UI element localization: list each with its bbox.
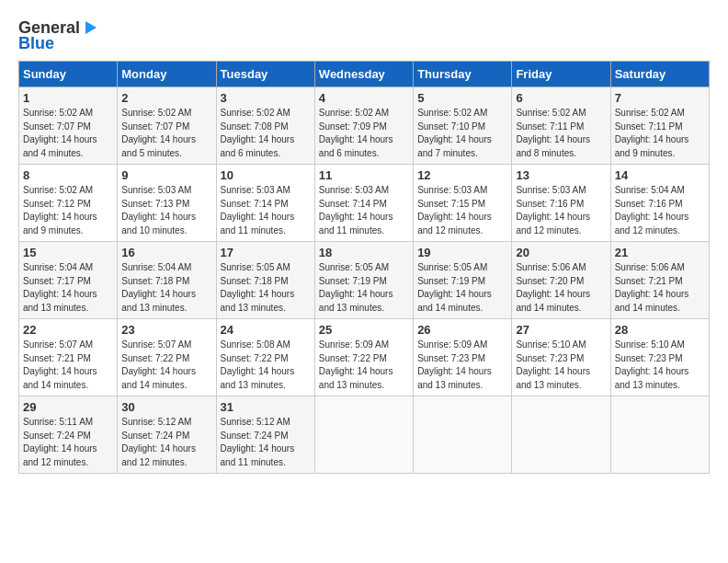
cell-info: Sunrise: 5:03 AM Sunset: 7:14 PM Dayligh… xyxy=(221,184,311,237)
calendar-cell: 6 Sunrise: 5:02 AM Sunset: 7:11 PM Dayli… xyxy=(512,87,610,165)
cell-info: Sunrise: 5:03 AM Sunset: 7:15 PM Dayligh… xyxy=(417,184,507,237)
calendar-cell xyxy=(414,396,512,474)
cell-info: Sunrise: 5:09 AM Sunset: 7:22 PM Dayligh… xyxy=(319,339,409,392)
sunset-text: Sunset: 7:16 PM xyxy=(615,199,683,209)
day-number: 3 xyxy=(221,91,311,105)
day-number: 27 xyxy=(516,323,606,337)
calendar-week-5: 29 Sunrise: 5:11 AM Sunset: 7:24 PM Dayl… xyxy=(19,396,710,474)
daylight-text: Daylight: 14 hours and 4 minutes. xyxy=(23,134,97,158)
daylight-text: Daylight: 14 hours and 5 minutes. xyxy=(121,134,196,158)
daylight-text: Daylight: 14 hours and 14 minutes. xyxy=(417,289,492,313)
sunset-text: Sunset: 7:16 PM xyxy=(516,199,584,209)
day-number: 17 xyxy=(221,246,311,259)
sunset-text: Sunset: 7:24 PM xyxy=(121,431,189,441)
calendar-cell: 7 Sunrise: 5:02 AM Sunset: 7:11 PM Dayli… xyxy=(610,87,709,165)
sunrise-text: Sunrise: 5:05 AM xyxy=(417,262,487,272)
calendar-cell: 27 Sunrise: 5:10 AM Sunset: 7:23 PM Dayl… xyxy=(512,319,610,396)
cell-info: Sunrise: 5:12 AM Sunset: 7:24 PM Dayligh… xyxy=(121,416,211,469)
calendar-cell: 1 Sunrise: 5:02 AM Sunset: 7:07 PM Dayli… xyxy=(19,87,118,165)
day-number: 19 xyxy=(417,246,507,259)
sunrise-text: Sunrise: 5:06 AM xyxy=(615,262,685,272)
cell-info: Sunrise: 5:02 AM Sunset: 7:07 PM Dayligh… xyxy=(23,107,113,160)
day-header-friday: Friday xyxy=(512,62,610,87)
calendar-cell: 4 Sunrise: 5:02 AM Sunset: 7:09 PM Dayli… xyxy=(314,87,413,165)
cell-info: Sunrise: 5:08 AM Sunset: 7:22 PM Dayligh… xyxy=(221,339,311,392)
daylight-text: Daylight: 14 hours and 12 minutes. xyxy=(615,212,689,236)
daylight-text: Daylight: 14 hours and 13 minutes. xyxy=(23,289,97,313)
sunrise-text: Sunrise: 5:08 AM xyxy=(221,339,290,350)
sunrise-text: Sunrise: 5:09 AM xyxy=(319,339,389,350)
daylight-text: Daylight: 14 hours and 14 minutes. xyxy=(615,289,689,313)
sunset-text: Sunset: 7:23 PM xyxy=(615,353,683,363)
sunset-text: Sunset: 7:21 PM xyxy=(23,353,91,363)
daylight-text: Daylight: 14 hours and 11 minutes. xyxy=(221,443,295,467)
calendar-cell: 22 Sunrise: 5:07 AM Sunset: 7:21 PM Dayl… xyxy=(19,319,118,396)
cell-info: Sunrise: 5:07 AM Sunset: 7:22 PM Dayligh… xyxy=(121,339,211,392)
day-number: 12 xyxy=(417,168,507,182)
day-number: 14 xyxy=(615,168,705,182)
sunset-text: Sunset: 7:17 PM xyxy=(23,276,91,286)
day-number: 24 xyxy=(221,323,311,337)
daylight-text: Daylight: 14 hours and 14 minutes. xyxy=(23,366,97,390)
cell-info: Sunrise: 5:02 AM Sunset: 7:09 PM Dayligh… xyxy=(319,107,409,160)
day-number: 26 xyxy=(417,323,507,337)
cell-info: Sunrise: 5:11 AM Sunset: 7:24 PM Dayligh… xyxy=(23,416,113,469)
calendar-body: 1 Sunrise: 5:02 AM Sunset: 7:07 PM Dayli… xyxy=(19,87,710,474)
daylight-text: Daylight: 14 hours and 14 minutes. xyxy=(516,289,590,313)
sunrise-text: Sunrise: 5:02 AM xyxy=(319,108,389,118)
cell-info: Sunrise: 5:10 AM Sunset: 7:23 PM Dayligh… xyxy=(615,339,705,392)
calendar-cell: 18 Sunrise: 5:05 AM Sunset: 7:19 PM Dayl… xyxy=(314,242,413,319)
calendar-cell: 30 Sunrise: 5:12 AM Sunset: 7:24 PM Dayl… xyxy=(118,396,216,474)
calendar-cell: 25 Sunrise: 5:09 AM Sunset: 7:22 PM Dayl… xyxy=(314,319,413,396)
day-number: 6 xyxy=(516,91,606,105)
cell-info: Sunrise: 5:02 AM Sunset: 7:07 PM Dayligh… xyxy=(121,107,211,160)
logo: General Blue xyxy=(18,18,98,53)
daylight-text: Daylight: 14 hours and 11 minutes. xyxy=(319,212,393,236)
cell-info: Sunrise: 5:03 AM Sunset: 7:14 PM Dayligh… xyxy=(319,184,409,237)
cell-info: Sunrise: 5:06 AM Sunset: 7:21 PM Dayligh… xyxy=(615,261,705,315)
sunrise-text: Sunrise: 5:02 AM xyxy=(23,108,93,118)
day-number: 23 xyxy=(121,323,211,337)
sunset-text: Sunset: 7:08 PM xyxy=(221,121,289,132)
calendar-cell: 28 Sunrise: 5:10 AM Sunset: 7:23 PM Dayl… xyxy=(610,319,709,396)
cell-info: Sunrise: 5:10 AM Sunset: 7:23 PM Dayligh… xyxy=(516,339,606,392)
daylight-text: Daylight: 14 hours and 9 minutes. xyxy=(23,212,97,236)
calendar-cell xyxy=(610,396,709,474)
calendar-cell: 29 Sunrise: 5:11 AM Sunset: 7:24 PM Dayl… xyxy=(19,396,118,474)
calendar-cell: 19 Sunrise: 5:05 AM Sunset: 7:19 PM Dayl… xyxy=(414,242,512,319)
calendar-cell: 9 Sunrise: 5:03 AM Sunset: 7:13 PM Dayli… xyxy=(118,165,216,242)
daylight-text: Daylight: 14 hours and 14 minutes. xyxy=(121,366,196,390)
day-number: 7 xyxy=(615,91,705,105)
cell-info: Sunrise: 5:02 AM Sunset: 7:11 PM Dayligh… xyxy=(516,107,606,160)
calendar-week-1: 1 Sunrise: 5:02 AM Sunset: 7:07 PM Dayli… xyxy=(19,87,710,165)
calendar-cell: 31 Sunrise: 5:12 AM Sunset: 7:24 PM Dayl… xyxy=(216,396,314,474)
calendar-week-2: 8 Sunrise: 5:02 AM Sunset: 7:12 PM Dayli… xyxy=(19,165,710,242)
daylight-text: Daylight: 14 hours and 13 minutes. xyxy=(417,366,492,390)
calendar-cell: 2 Sunrise: 5:02 AM Sunset: 7:07 PM Dayli… xyxy=(118,87,216,165)
cell-info: Sunrise: 5:07 AM Sunset: 7:21 PM Dayligh… xyxy=(23,339,113,392)
day-number: 22 xyxy=(23,323,113,337)
calendar-cell: 26 Sunrise: 5:09 AM Sunset: 7:23 PM Dayl… xyxy=(414,319,512,396)
day-number: 8 xyxy=(23,168,113,182)
calendar-cell: 15 Sunrise: 5:04 AM Sunset: 7:17 PM Dayl… xyxy=(19,242,118,319)
sunrise-text: Sunrise: 5:03 AM xyxy=(417,185,487,195)
cell-info: Sunrise: 5:05 AM Sunset: 7:19 PM Dayligh… xyxy=(319,261,409,315)
sunrise-text: Sunrise: 5:05 AM xyxy=(319,262,389,272)
day-header-thursday: Thursday xyxy=(414,62,512,87)
cell-info: Sunrise: 5:04 AM Sunset: 7:17 PM Dayligh… xyxy=(23,261,113,315)
sunset-text: Sunset: 7:07 PM xyxy=(121,121,189,132)
sunrise-text: Sunrise: 5:10 AM xyxy=(516,339,586,350)
daylight-text: Daylight: 14 hours and 13 minutes. xyxy=(319,366,393,390)
calendar-cell: 24 Sunrise: 5:08 AM Sunset: 7:22 PM Dayl… xyxy=(216,319,314,396)
logo-blue: Blue xyxy=(18,34,54,53)
calendar-week-4: 22 Sunrise: 5:07 AM Sunset: 7:21 PM Dayl… xyxy=(19,319,710,396)
logo-icon xyxy=(82,19,98,36)
cell-info: Sunrise: 5:05 AM Sunset: 7:19 PM Dayligh… xyxy=(417,261,507,315)
calendar-week-3: 15 Sunrise: 5:04 AM Sunset: 7:17 PM Dayl… xyxy=(19,242,710,319)
sunrise-text: Sunrise: 5:03 AM xyxy=(319,185,389,195)
sunrise-text: Sunrise: 5:03 AM xyxy=(121,185,191,195)
sunset-text: Sunset: 7:20 PM xyxy=(516,276,584,286)
sunset-text: Sunset: 7:11 PM xyxy=(615,121,683,132)
daylight-text: Daylight: 14 hours and 8 minutes. xyxy=(516,134,590,158)
sunrise-text: Sunrise: 5:07 AM xyxy=(121,339,191,350)
